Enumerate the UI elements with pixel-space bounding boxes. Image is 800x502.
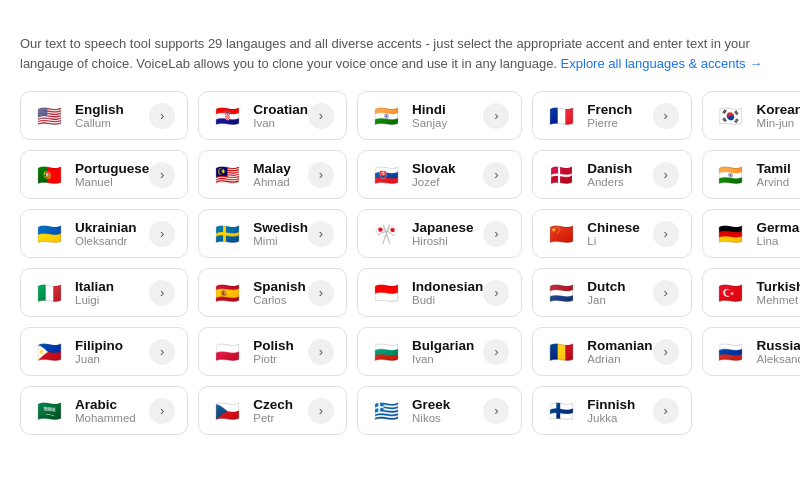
flag-icon: 🇩🇪 bbox=[715, 222, 747, 246]
lang-name: Spanish bbox=[253, 279, 306, 294]
lang-left: 🇨🇳 Chinese Li bbox=[545, 220, 640, 247]
language-card[interactable]: 🇷🇺 Russian Aleksandr › bbox=[702, 327, 800, 376]
lang-name: Malay bbox=[253, 161, 291, 176]
language-card[interactable]: 🇮🇹 Italian Luigi › bbox=[20, 268, 188, 317]
language-card[interactable]: 🎌 Japanese Hiroshi › bbox=[357, 209, 522, 258]
lang-speaker: Nikos bbox=[412, 412, 450, 424]
language-card[interactable]: 🇰🇷 Korean Min-jun › bbox=[702, 91, 800, 140]
lang-speaker: Ivan bbox=[412, 353, 474, 365]
lang-arrow-button[interactable]: › bbox=[653, 103, 679, 129]
flag-icon: 🇨🇿 bbox=[211, 399, 243, 423]
lang-arrow-button[interactable]: › bbox=[149, 103, 175, 129]
lang-arrow-button[interactable]: › bbox=[653, 398, 679, 424]
language-card[interactable]: 🇮🇳 Hindi Sanjay › bbox=[357, 91, 522, 140]
lang-name: Korean bbox=[757, 102, 800, 117]
language-card[interactable]: 🇺🇦 Ukrainian Oleksandr › bbox=[20, 209, 188, 258]
lang-arrow-button[interactable]: › bbox=[308, 280, 334, 306]
lang-name: Tamil bbox=[757, 161, 791, 176]
lang-arrow-button[interactable]: › bbox=[483, 280, 509, 306]
lang-name: Dutch bbox=[587, 279, 625, 294]
lang-speaker: Ivan bbox=[253, 117, 308, 129]
lang-name: Bulgarian bbox=[412, 338, 474, 353]
language-card[interactable]: 🇵🇭 Filipino Juan › bbox=[20, 327, 188, 376]
lang-speaker: Sanjay bbox=[412, 117, 447, 129]
language-card[interactable]: 🇹🇷 Turkish Mehmet › bbox=[702, 268, 800, 317]
lang-arrow-button[interactable]: › bbox=[653, 280, 679, 306]
lang-arrow-button[interactable]: › bbox=[308, 339, 334, 365]
flag-icon: 🇮🇳 bbox=[370, 104, 402, 128]
language-card[interactable]: 🇫🇷 French Pierre › bbox=[532, 91, 691, 140]
lang-arrow-button[interactable]: › bbox=[308, 398, 334, 424]
lang-left: 🇮🇳 Hindi Sanjay bbox=[370, 102, 447, 129]
lang-arrow-button[interactable]: › bbox=[308, 221, 334, 247]
lang-left: 🇺🇦 Ukrainian Oleksandr bbox=[33, 220, 137, 247]
lang-arrow-button[interactable]: › bbox=[653, 221, 679, 247]
lang-arrow-button[interactable]: › bbox=[483, 221, 509, 247]
flag-icon: 🇫🇷 bbox=[545, 104, 577, 128]
lang-arrow-button[interactable]: › bbox=[483, 398, 509, 424]
lang-left: 🇬🇷 Greek Nikos bbox=[370, 397, 450, 424]
lang-name: Greek bbox=[412, 397, 450, 412]
flag-icon: 🇰🇷 bbox=[715, 104, 747, 128]
lang-arrow-button[interactable]: › bbox=[483, 339, 509, 365]
flag-icon: 🇵🇭 bbox=[33, 340, 65, 364]
language-card[interactable]: 🇸🇪 Swedish Mimi › bbox=[198, 209, 347, 258]
lang-arrow-button[interactable]: › bbox=[483, 162, 509, 188]
lang-speaker: Piotr bbox=[253, 353, 294, 365]
language-card[interactable]: 🇩🇪 German Lina › bbox=[702, 209, 800, 258]
flag-icon: 🇺🇦 bbox=[33, 222, 65, 246]
language-card[interactable]: 🇮🇳 Tamil Arvind › bbox=[702, 150, 800, 199]
language-card[interactable]: 🇺🇸 English Callum › bbox=[20, 91, 188, 140]
lang-arrow-button[interactable]: › bbox=[149, 398, 175, 424]
language-card[interactable]: 🇫🇮 Finnish Jukka › bbox=[532, 386, 691, 435]
language-card[interactable]: 🇵🇱 Polish Piotr › bbox=[198, 327, 347, 376]
lang-speaker: Li bbox=[587, 235, 640, 247]
language-card[interactable]: 🇩🇰 Danish Anders › bbox=[532, 150, 691, 199]
lang-speaker: Ahmad bbox=[253, 176, 291, 188]
flag-icon: 🇷🇴 bbox=[545, 340, 577, 364]
language-card[interactable]: 🇳🇱 Dutch Jan › bbox=[532, 268, 691, 317]
language-card[interactable]: 🇨🇿 Czech Petr › bbox=[198, 386, 347, 435]
language-card[interactable]: 🇬🇷 Greek Nikos › bbox=[357, 386, 522, 435]
lang-left: 🇷🇺 Russian Aleksandr bbox=[715, 338, 800, 365]
lang-left: 🇺🇸 English Callum bbox=[33, 102, 124, 129]
flag-icon: 🇪🇸 bbox=[211, 281, 243, 305]
lang-arrow-button[interactable]: › bbox=[308, 162, 334, 188]
lang-arrow-button[interactable]: › bbox=[149, 280, 175, 306]
language-card[interactable]: 🇸🇰 Slovak Jozef › bbox=[357, 150, 522, 199]
lang-speaker: Lina bbox=[757, 235, 800, 247]
lang-arrow-button[interactable]: › bbox=[149, 162, 175, 188]
lang-arrow-button[interactable]: › bbox=[308, 103, 334, 129]
flag-icon: 🇧🇬 bbox=[370, 340, 402, 364]
lang-speaker: Mehmet bbox=[757, 294, 800, 306]
language-card[interactable]: 🇵🇹 Portuguese Manuel › bbox=[20, 150, 188, 199]
lang-arrow-button[interactable]: › bbox=[653, 339, 679, 365]
lang-name: Danish bbox=[587, 161, 632, 176]
lang-speaker: Anders bbox=[587, 176, 632, 188]
lang-name: Polish bbox=[253, 338, 294, 353]
language-card[interactable]: 🇪🇸 Spanish Carlos › bbox=[198, 268, 347, 317]
lang-arrow-button[interactable]: › bbox=[149, 221, 175, 247]
lang-arrow-button[interactable]: › bbox=[653, 162, 679, 188]
language-card[interactable]: 🇷🇴 Romanian Adrian › bbox=[532, 327, 691, 376]
language-card[interactable]: 🇸🇦 Arabic Mohammed › bbox=[20, 386, 188, 435]
lang-name: Arabic bbox=[75, 397, 136, 412]
explore-link[interactable]: Explore all languages & accents → bbox=[561, 56, 763, 71]
language-card[interactable]: 🇲🇾 Malay Ahmad › bbox=[198, 150, 347, 199]
flag-icon: 🇷🇺 bbox=[715, 340, 747, 364]
flag-icon: 🇭🇷 bbox=[211, 104, 243, 128]
lang-left: 🇷🇴 Romanian Adrian bbox=[545, 338, 652, 365]
lang-arrow-button[interactable]: › bbox=[149, 339, 175, 365]
lang-name: Hindi bbox=[412, 102, 447, 117]
lang-left: 🇮🇩 Indonesian Budi bbox=[370, 279, 483, 306]
lang-speaker: Budi bbox=[412, 294, 483, 306]
lang-left: 🇵🇹 Portuguese Manuel bbox=[33, 161, 149, 188]
lang-name: French bbox=[587, 102, 632, 117]
language-card[interactable]: 🇨🇳 Chinese Li › bbox=[532, 209, 691, 258]
language-card[interactable]: 🇮🇩 Indonesian Budi › bbox=[357, 268, 522, 317]
lang-name: Chinese bbox=[587, 220, 640, 235]
lang-left: 🇰🇷 Korean Min-jun bbox=[715, 102, 800, 129]
language-card[interactable]: 🇧🇬 Bulgarian Ivan › bbox=[357, 327, 522, 376]
language-card[interactable]: 🇭🇷 Croatian Ivan › bbox=[198, 91, 347, 140]
lang-arrow-button[interactable]: › bbox=[483, 103, 509, 129]
